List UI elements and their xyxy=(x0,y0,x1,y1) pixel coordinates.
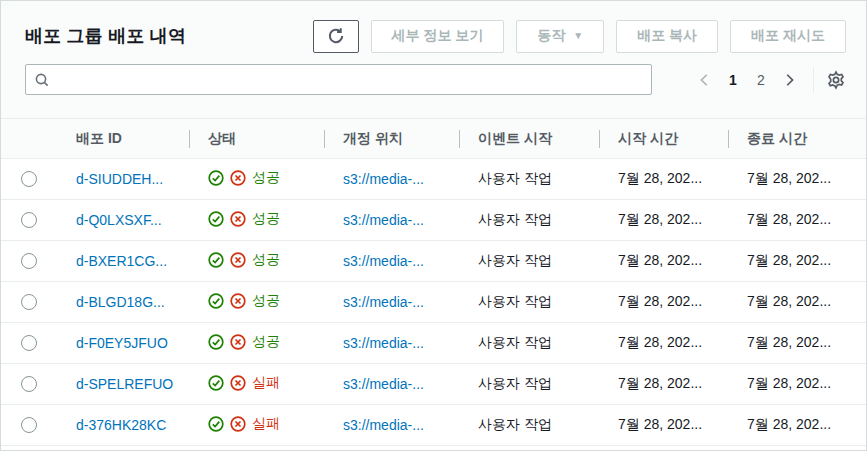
pagination-divider xyxy=(813,67,814,93)
column-header-revision-location[interactable]: 개정 위치 xyxy=(324,130,459,148)
row-radio-button[interactable] xyxy=(21,253,37,269)
success-check-icon xyxy=(208,211,224,227)
status-badge: 성공 xyxy=(208,333,280,351)
success-check-icon xyxy=(208,170,224,186)
deployment-id-link[interactable]: d-BLGD18G... xyxy=(76,294,165,310)
table-header-row: 배포 ID 상태 개정 위치 이벤트 시작 시작 시간 종료 시간 xyxy=(1,118,866,159)
failure-x-icon xyxy=(230,252,246,268)
actions-button-label: 동작 xyxy=(537,27,565,45)
status-badge: 성공 xyxy=(208,292,280,310)
status-badge: 실패 xyxy=(208,415,280,433)
failure-x-icon xyxy=(230,293,246,309)
revision-location-link[interactable]: s3://media-... xyxy=(343,212,424,228)
page-2-button[interactable]: 2 xyxy=(749,68,773,92)
deployment-id-link[interactable]: d-Q0LXSXF... xyxy=(76,212,162,228)
success-check-icon xyxy=(208,375,224,391)
row-radio-button[interactable] xyxy=(21,212,37,228)
refresh-icon xyxy=(327,27,345,45)
deployment-id-link[interactable]: d-BXER1CG... xyxy=(76,253,167,269)
start-time: 7월 28, 202... xyxy=(599,252,728,270)
row-radio-button[interactable] xyxy=(21,417,37,433)
start-time: 7월 28, 202... xyxy=(599,211,728,229)
deployment-id-link[interactable]: d-SIUDDEH... xyxy=(76,171,163,187)
success-check-icon xyxy=(208,293,224,309)
end-time: 7월 28, 202... xyxy=(728,334,866,352)
failure-x-icon xyxy=(230,211,246,227)
table-row: d-F0EY5JFUO 성공 s3:// xyxy=(1,323,866,364)
status-label: 성공 xyxy=(252,292,280,310)
status-label: 성공 xyxy=(252,333,280,351)
search-icon xyxy=(34,72,50,88)
page-1-button[interactable]: 1 xyxy=(721,68,745,92)
table-row: d-BXER1CG... 성공 s3:/ xyxy=(1,241,866,282)
refresh-button[interactable] xyxy=(313,20,359,53)
deployment-id-link[interactable]: d-376HK28KC xyxy=(76,417,166,433)
status-badge: 실패 xyxy=(208,374,280,392)
event-initiator: 사용자 작업 xyxy=(459,252,599,270)
row-radio-button[interactable] xyxy=(21,335,37,351)
end-time: 7월 28, 202... xyxy=(728,252,866,270)
actions-button[interactable]: 동작 ▼ xyxy=(516,20,604,53)
table-row: d-BLGD18G... 성공 s3:/ xyxy=(1,282,866,323)
column-header-event-initiator[interactable]: 이벤트 시작 xyxy=(459,130,599,148)
column-header-status[interactable]: 상태 xyxy=(189,130,324,148)
row-radio-button[interactable] xyxy=(21,171,37,187)
end-time: 7월 28, 202... xyxy=(728,416,866,434)
revision-location-link[interactable]: s3://media-... xyxy=(343,376,424,392)
start-time: 7월 28, 202... xyxy=(599,375,728,393)
event-initiator: 사용자 작업 xyxy=(459,170,599,188)
column-header-end-time[interactable]: 종료 시간 xyxy=(728,130,866,148)
toolbar: 세부 정보 보기 동작 ▼ 배포 복사 배포 재시도 xyxy=(313,20,846,53)
previous-page-button[interactable] xyxy=(693,68,717,92)
deployment-id-link[interactable]: d-SPELREFUO xyxy=(76,376,173,392)
failure-x-icon xyxy=(230,334,246,350)
status-badge: 성공 xyxy=(208,169,280,187)
end-time: 7월 28, 202... xyxy=(728,375,866,393)
end-time: 7월 28, 202... xyxy=(728,170,866,188)
caret-down-icon: ▼ xyxy=(573,30,583,41)
page-title: 배포 그룹 배포 내역 xyxy=(25,24,186,48)
table-row: d-SPELREFUO 실패 s3:// xyxy=(1,364,866,405)
table-row: d-Q0LXSXF... 성공 s3:/ xyxy=(1,200,866,241)
deployment-id-link[interactable]: d-F0EY5JFUO xyxy=(76,335,168,351)
failure-x-icon xyxy=(230,416,246,432)
panel-header: 배포 그룹 배포 내역 세부 정보 보기 동작 ▼ 배포 복사 배포 xyxy=(1,1,866,118)
status-label: 성공 xyxy=(252,210,280,228)
settings-gear-icon[interactable] xyxy=(826,70,846,90)
event-initiator: 사용자 작업 xyxy=(459,211,599,229)
row-radio-button[interactable] xyxy=(21,376,37,392)
next-page-button[interactable] xyxy=(777,68,801,92)
revision-location-link[interactable]: s3://media-... xyxy=(343,253,424,269)
pagination: 1 2 xyxy=(693,67,846,93)
success-check-icon xyxy=(208,252,224,268)
start-time: 7월 28, 202... xyxy=(599,293,728,311)
end-time: 7월 28, 202... xyxy=(728,293,866,311)
deployment-history-panel: 배포 그룹 배포 내역 세부 정보 보기 동작 ▼ 배포 복사 배포 xyxy=(0,0,867,451)
view-details-button[interactable]: 세부 정보 보기 xyxy=(371,20,505,53)
revision-location-link[interactable]: s3://media-... xyxy=(343,417,424,433)
status-label: 실패 xyxy=(252,374,280,392)
start-time: 7월 28, 202... xyxy=(599,334,728,352)
event-initiator: 사용자 작업 xyxy=(459,375,599,393)
start-time: 7월 28, 202... xyxy=(599,416,728,434)
status-label: 성공 xyxy=(252,169,280,187)
start-time: 7월 28, 202... xyxy=(599,170,728,188)
failure-x-icon xyxy=(230,170,246,186)
search-input[interactable] xyxy=(57,72,643,88)
event-initiator: 사용자 작업 xyxy=(459,416,599,434)
row-radio-button[interactable] xyxy=(21,294,37,310)
chevron-left-icon xyxy=(698,73,712,87)
retry-deployment-button[interactable]: 배포 재시도 xyxy=(730,20,846,53)
event-initiator: 사용자 작업 xyxy=(459,293,599,311)
end-time: 7월 28, 202... xyxy=(728,211,866,229)
search-box xyxy=(25,64,652,95)
table-row: d-SIUDDEH... 성공 s3:/ xyxy=(1,159,866,200)
status-label: 실패 xyxy=(252,415,280,433)
revision-location-link[interactable]: s3://media-... xyxy=(343,171,424,187)
revision-location-link[interactable]: s3://media-... xyxy=(343,294,424,310)
table-row: d-376HK28KC 실패 s3:// xyxy=(1,405,866,446)
copy-deployment-button[interactable]: 배포 복사 xyxy=(616,20,718,53)
column-header-deployment-id[interactable]: 배포 ID xyxy=(57,130,189,148)
column-header-start-time[interactable]: 시작 시간 xyxy=(599,130,728,148)
revision-location-link[interactable]: s3://media-... xyxy=(343,335,424,351)
